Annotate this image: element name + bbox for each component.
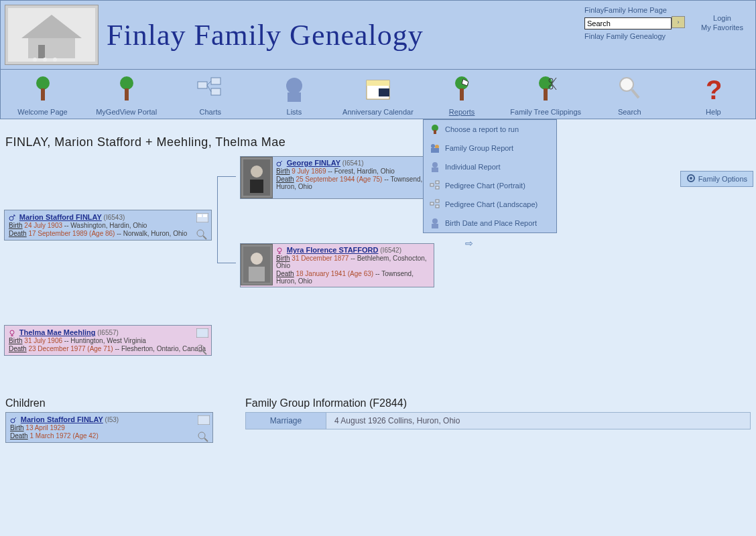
family-link-icon[interactable] xyxy=(196,213,208,225)
portrait-image xyxy=(241,157,273,198)
nav-reports[interactable]: Reports xyxy=(425,74,499,116)
svg-line-29 xyxy=(632,90,639,98)
dd-pedigree-portrait[interactable]: Pedigree Chart (Portrait) xyxy=(424,176,556,195)
dd-family-group[interactable]: Family Group Report xyxy=(424,139,556,157)
marriage-label: Marriage xyxy=(246,413,326,429)
svg-rect-11 xyxy=(198,82,207,88)
svg-point-33 xyxy=(431,144,435,148)
svg-rect-41 xyxy=(430,202,434,205)
svg-line-14 xyxy=(207,81,211,85)
svg-text:?: ? xyxy=(706,75,722,105)
svg-point-5 xyxy=(43,58,47,62)
home-page-link[interactable]: FinlayFamily Home Page xyxy=(584,6,685,14)
mother-card[interactable]: Myra Florence STAFFORD (I6542) Birth 31 … xyxy=(240,243,434,287)
svg-rect-43 xyxy=(436,205,439,208)
svg-rect-23 xyxy=(544,88,548,100)
svg-point-65 xyxy=(277,248,281,252)
svg-point-6 xyxy=(53,58,57,62)
svg-rect-39 xyxy=(436,181,439,184)
svg-point-36 xyxy=(432,162,438,168)
my-favorites-link[interactable]: My Favorites xyxy=(701,23,743,31)
group-info-table: Marriage 4 August 1926 Collins, Huron, O… xyxy=(245,412,751,429)
family-title: FINLAY, Marion Stafford + Meehling, Thel… xyxy=(0,119,756,156)
male-icon xyxy=(9,214,15,221)
nav-search[interactable]: Search xyxy=(592,74,666,116)
search-submit-button[interactable]: › xyxy=(672,16,685,28)
child-card[interactable]: Marion Stafford FINLAY (I53) Birth 13 Ap… xyxy=(5,412,213,443)
zoom-icon[interactable] xyxy=(196,344,208,356)
nav-calendar[interactable]: Anniversary Calendar xyxy=(341,74,415,116)
svg-rect-19 xyxy=(379,88,389,96)
zoom-icon[interactable] xyxy=(196,229,208,241)
nav-charts[interactable]: Charts xyxy=(174,74,247,116)
people-icon xyxy=(429,142,441,154)
svg-rect-10 xyxy=(125,88,129,100)
father-card[interactable]: George FINLAY (I6541) Birth 9 July 1869 … xyxy=(240,156,434,199)
marriage-value: 4 August 1926 Collins, Huron, Ohio xyxy=(326,413,751,429)
svg-line-15 xyxy=(207,85,211,92)
female-icon xyxy=(276,247,283,254)
person-icon xyxy=(429,161,441,173)
svg-rect-38 xyxy=(430,184,434,186)
svg-rect-12 xyxy=(211,78,220,84)
svg-rect-42 xyxy=(436,200,439,202)
svg-line-78 xyxy=(204,438,208,442)
male-icon xyxy=(276,160,283,167)
svg-rect-2 xyxy=(28,38,75,58)
svg-point-4 xyxy=(33,58,37,62)
svg-point-28 xyxy=(620,78,633,91)
dd-pedigree-landscape[interactable]: Pedigree Chart (Landscape) xyxy=(424,195,556,214)
svg-point-68 xyxy=(10,330,14,334)
dd-birth-date-place[interactable]: Birth Date and Place Report xyxy=(424,214,556,232)
svg-rect-53 xyxy=(198,214,202,217)
svg-point-44 xyxy=(432,218,438,224)
family-link-icon[interactable] xyxy=(196,328,208,340)
svg-point-77 xyxy=(198,432,205,439)
svg-rect-21 xyxy=(460,88,464,100)
svg-point-63 xyxy=(251,253,263,265)
person-icon xyxy=(429,217,441,229)
main-navbar: Welcome Page MyGedView Portal Charts Lis… xyxy=(0,70,756,119)
svg-rect-54 xyxy=(203,214,207,217)
svg-point-55 xyxy=(197,230,204,237)
svg-rect-71 xyxy=(196,328,208,338)
tree-connector xyxy=(217,176,236,263)
svg-rect-45 xyxy=(432,224,438,228)
svg-rect-8 xyxy=(41,88,45,100)
genealogy-sub-link[interactable]: Finlay Family Genealogy xyxy=(584,32,685,40)
login-link[interactable]: Login xyxy=(701,14,743,22)
site-logo-image xyxy=(5,5,99,65)
wife-card[interactable]: Thelma Mae Meehling (I6557) Birth 31 Jul… xyxy=(4,325,212,356)
expand-arrow-icon[interactable]: ⇨ xyxy=(465,238,473,249)
svg-rect-32 xyxy=(434,130,436,134)
header-banner: Finlay Family Genealogy FinlayFamily Hom… xyxy=(0,0,756,70)
search-input[interactable] xyxy=(584,17,672,29)
svg-rect-35 xyxy=(431,148,439,153)
nav-mygedview[interactable]: MyGedView Portal xyxy=(90,74,164,116)
dd-choose-report[interactable]: Choose a report to run xyxy=(424,120,556,139)
husband-card[interactable]: Marion Stafford FINLAY (I6543) Birth 24 … xyxy=(4,210,212,241)
svg-rect-37 xyxy=(432,168,438,172)
svg-point-7 xyxy=(36,76,50,90)
chart-icon xyxy=(429,180,441,192)
nav-welcome[interactable]: Welcome Page xyxy=(6,74,80,116)
svg-rect-13 xyxy=(211,88,220,95)
nav-lists[interactable]: Lists xyxy=(257,74,331,116)
female-icon xyxy=(9,330,15,336)
svg-line-75 xyxy=(14,417,16,419)
person-name[interactable]: Marion Stafford FINLAY xyxy=(19,213,102,221)
male-icon xyxy=(10,417,17,423)
svg-rect-64 xyxy=(249,267,265,281)
svg-point-72 xyxy=(197,345,204,352)
svg-rect-3 xyxy=(38,45,45,58)
svg-rect-18 xyxy=(367,80,389,86)
nav-help[interactable]: ?Help xyxy=(676,74,750,116)
tree-icon xyxy=(429,123,441,135)
nav-clippings[interactable]: Family Tree Clippings xyxy=(509,74,582,116)
dd-individual[interactable]: Individual Report xyxy=(424,157,556,176)
site-title: Finlay Family Genealogy xyxy=(107,18,424,52)
reports-dropdown: Choose a report to run Family Group Repo… xyxy=(423,119,557,233)
zoom-icon[interactable] xyxy=(198,431,210,443)
svg-point-9 xyxy=(120,76,133,90)
family-link-icon[interactable] xyxy=(198,415,210,427)
